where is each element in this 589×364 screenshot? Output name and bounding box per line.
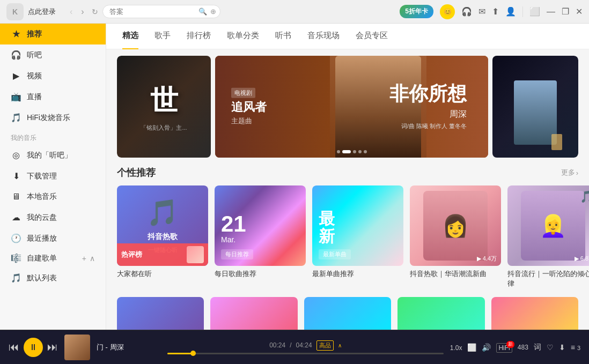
- banner-left[interactable]: 世 「铭刻入骨」主...: [117, 56, 211, 158]
- refresh-button[interactable]: ↻: [92, 8, 98, 16]
- search-bar: 🔍 ⊕: [102, 5, 220, 18]
- sidebar-item-video[interactable]: ▶ 视频: [0, 65, 106, 86]
- hifi-button[interactable]: HiFi 新: [496, 343, 512, 352]
- heart-icon: ♡: [547, 343, 554, 352]
- time-sep: /: [290, 341, 291, 349]
- more-label: 更多: [561, 168, 575, 177]
- minimize-icon[interactable]: —: [547, 7, 555, 17]
- share-icon[interactable]: ⬆: [492, 6, 499, 17]
- card-douyin-hot[interactable]: 🎵 抖音热歌 一键随心听 ↻ 热评榜 大家都在听: [117, 185, 208, 288]
- headphone-icon[interactable]: 🎧: [461, 6, 472, 17]
- star-icon: ★: [11, 29, 21, 39]
- card-title-artist1: 抖音热歌｜华语潮流新曲: [410, 269, 501, 279]
- pause-button[interactable]: ⏸: [24, 338, 43, 357]
- quality-arrow-icon[interactable]: ∧: [338, 343, 342, 348]
- sidebar-item-hifi[interactable]: 🎵 HiFi发烧音乐: [0, 107, 106, 128]
- nav-arrows: ‹ ›: [67, 6, 87, 18]
- card-artist2[interactable]: 👱‍♀️ 🎵 ▶ 6.8万 抖音流行｜一听沦陷的倾心旋律: [507, 185, 589, 288]
- dot-1[interactable]: [337, 150, 340, 153]
- next-button[interactable]: ⏭: [47, 341, 58, 353]
- my-music-title: 我的音乐: [0, 128, 106, 145]
- playlist-icon: ≡: [571, 343, 575, 352]
- sidebar-item-recent[interactable]: 🕐 最近播放: [0, 228, 106, 249]
- card-new-singles[interactable]: 最新 最新单曲 最新单曲推荐: [312, 185, 403, 288]
- dot-4[interactable]: [358, 150, 362, 153]
- speed-button[interactable]: 1.0x: [450, 343, 462, 352]
- prev-button[interactable]: ⏮: [9, 341, 19, 353]
- daily-tag: 每日推荐: [221, 249, 253, 259]
- quality-badge[interactable]: 高品: [316, 340, 334, 351]
- forward-button[interactable]: ›: [78, 6, 87, 18]
- sidebar-item-download[interactable]: ⬇ 下载管理: [0, 166, 106, 187]
- volume-button[interactable]: 🔊: [482, 343, 491, 352]
- tab-featured[interactable]: 精选: [122, 24, 138, 50]
- progress-thumb: [190, 351, 196, 356]
- profile-icon[interactable]: 👤: [505, 6, 516, 17]
- lyrics-button[interactable]: 词: [534, 343, 541, 352]
- banner-drama-badge: 电视剧: [231, 88, 255, 98]
- progress-bar[interactable]: [167, 353, 444, 354]
- download-sidebar-icon: ⬇: [11, 171, 21, 181]
- tab-charts[interactable]: 排行榜: [187, 24, 211, 50]
- sidebar-item-my-tinba[interactable]: ◎ 我的「听吧」: [0, 145, 106, 166]
- search-extra-icon: ⊕: [210, 8, 216, 16]
- login-button[interactable]: 点此登录: [28, 7, 56, 17]
- sidebar-item-cloud[interactable]: ☁ 我的云盘: [0, 207, 106, 228]
- restore-icon[interactable]: ❐: [562, 6, 569, 17]
- cloud-icon: ☁: [11, 212, 21, 222]
- tab-playlists[interactable]: 歌单分类: [227, 24, 259, 50]
- banner-credits: 词/曲 陈曦 制作人 董冬冬: [389, 122, 467, 130]
- icon-count-label: 483: [518, 344, 528, 351]
- tab-vip[interactable]: 会员专区: [356, 24, 388, 50]
- playlist-row: 🎼 自建歌单 + ∧: [0, 249, 106, 268]
- dot-5[interactable]: [364, 150, 367, 153]
- player-progress-wrap: 00:24 / 04:24 高品 ∧: [167, 340, 444, 354]
- dot-3[interactable]: [353, 150, 356, 153]
- banner-main[interactable]: 电视剧 追风者 主题曲 非你所想 周深 词/曲 陈曦 制作人 董冬冬: [215, 56, 488, 158]
- heart-button[interactable]: ♡: [547, 343, 554, 352]
- time-current: 00:24: [269, 341, 285, 349]
- app-logo: K: [6, 3, 24, 20]
- sidebar-item-tinba[interactable]: 🎧 听吧: [0, 44, 106, 65]
- sidebar-label-default-list: 默认列表: [27, 273, 57, 283]
- sidebar-label-live: 直播: [27, 92, 42, 102]
- card-artist1[interactable]: 👩 ▶ 4.4万 抖音热歌｜华语潮流新曲: [410, 185, 501, 288]
- back-button[interactable]: ‹: [67, 6, 76, 18]
- bottom-card-4[interactable]: ▶: [397, 297, 484, 330]
- avatar[interactable]: 😊: [440, 4, 455, 19]
- daily-cover-bg: 21 Mar. 每日推荐: [215, 185, 306, 266]
- search-input[interactable]: [109, 8, 195, 16]
- player-bar: ⏮ ⏸ ⏭ 门 - 周深 00:24 / 04:24 高品 ∧ 1.0x ⬜: [0, 330, 589, 364]
- sidebar-item-local[interactable]: 🖥 本地音乐: [0, 187, 106, 207]
- download-player-button[interactable]: ⬇: [559, 343, 565, 352]
- promo-badge[interactable]: 5折年卡: [400, 5, 433, 18]
- playlist-button[interactable]: ≡ 3: [571, 343, 580, 352]
- more-button[interactable]: 更多 ›: [561, 168, 578, 177]
- sidebar-item-recommend[interactable]: ★ 推荐: [0, 24, 106, 44]
- mail-icon[interactable]: ✉: [478, 6, 485, 17]
- bottom-card-2[interactable]: [210, 297, 297, 330]
- add-playlist-button[interactable]: +: [82, 254, 86, 263]
- sidebar-item-default-list[interactable]: 🎵 默认列表: [0, 268, 106, 288]
- card-daily[interactable]: 21 Mar. 每日推荐 每日歌曲推荐: [215, 185, 306, 288]
- card-title-douyin: 大家都在听: [117, 269, 208, 279]
- dot-2[interactable]: [342, 150, 351, 153]
- banner-right[interactable]: [492, 56, 578, 158]
- close-icon[interactable]: ✕: [576, 6, 583, 17]
- bottom-card-1[interactable]: [117, 297, 204, 330]
- sidebar-item-live[interactable]: 📺 直播: [0, 86, 106, 107]
- bottom-card-3[interactable]: [304, 297, 391, 330]
- volume-icon: 🔊: [482, 343, 491, 352]
- computer-icon: 🖥: [11, 192, 21, 202]
- tab-audiobooks[interactable]: 听书: [275, 24, 291, 50]
- screen-button[interactable]: ⬜: [467, 343, 476, 352]
- search-icon[interactable]: 🔍: [198, 8, 207, 16]
- new-cover-bg: 最新 最新单曲: [312, 185, 403, 266]
- tab-artists[interactable]: 歌手: [154, 24, 171, 50]
- bottom-card-5[interactable]: [491, 297, 578, 330]
- new-badge: 新: [506, 341, 514, 348]
- collapse-playlist-button[interactable]: ∧: [90, 254, 95, 263]
- tab-live[interactable]: 音乐现场: [307, 24, 340, 50]
- fullscreen-icon[interactable]: ⬜: [529, 6, 540, 17]
- pause-icon: ⏸: [29, 343, 38, 352]
